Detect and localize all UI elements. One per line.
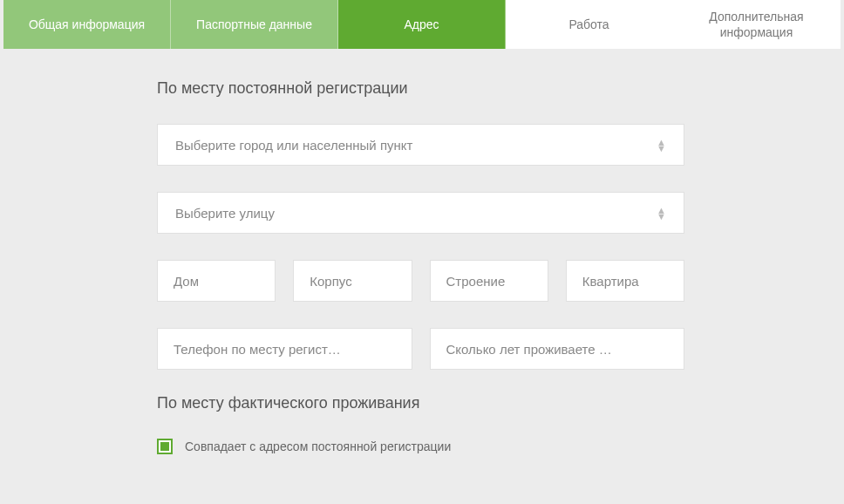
same-address-row: Совпадает с адресом постоянной регистрац… — [157, 439, 698, 454]
years-input-wrapper — [430, 328, 685, 370]
tab-label: Работа — [568, 17, 609, 32]
house-input-wrapper — [157, 260, 276, 302]
korpus-input[interactable] — [310, 274, 395, 289]
korpus-input-wrapper — [293, 260, 412, 302]
street-placeholder: Выберите улицу — [175, 206, 657, 221]
address-form: По месту постоянной регистрации Выберите… — [0, 49, 698, 454]
street-select[interactable]: Выберите улицу ▲▼ — [157, 192, 684, 234]
registration-section-title: По месту постоянной регистрации — [157, 79, 698, 98]
same-address-checkbox[interactable] — [157, 439, 173, 454]
city-placeholder: Выберите город или населенный пункт — [175, 138, 657, 153]
tab-label: Адрес — [404, 17, 439, 32]
phone-input[interactable] — [174, 342, 396, 357]
tab-label: Общая информация — [29, 17, 145, 32]
flat-input[interactable] — [582, 274, 668, 289]
tab-work[interactable]: Работа — [506, 0, 673, 49]
tab-general[interactable]: Общая информация — [3, 0, 171, 49]
tab-label: Дополнительная информация — [680, 9, 833, 40]
tab-address[interactable]: Адрес — [338, 0, 506, 49]
stroenie-input-wrapper — [430, 260, 548, 302]
select-chevron-icon: ▲▼ — [657, 208, 666, 219]
select-chevron-icon: ▲▼ — [657, 140, 666, 151]
actual-section-title: По месту фактического проживания — [157, 394, 698, 412]
stroenie-input[interactable] — [446, 274, 532, 289]
years-input[interactable] — [446, 342, 669, 357]
tab-additional[interactable]: Дополнительная информация — [673, 0, 841, 49]
tab-label: Паспортные данные — [196, 17, 312, 32]
same-address-label: Совпадает с адресом постоянной регистрац… — [185, 439, 451, 453]
city-select[interactable]: Выберите город или населенный пункт ▲▼ — [157, 124, 684, 166]
tab-bar: Общая информация Паспортные данные Адрес… — [3, 0, 841, 49]
flat-input-wrapper — [566, 260, 684, 302]
tab-passport[interactable]: Паспортные данные — [171, 0, 338, 49]
phone-input-wrapper — [157, 328, 412, 370]
checkbox-checked-icon — [160, 442, 169, 451]
house-input[interactable] — [174, 274, 259, 289]
